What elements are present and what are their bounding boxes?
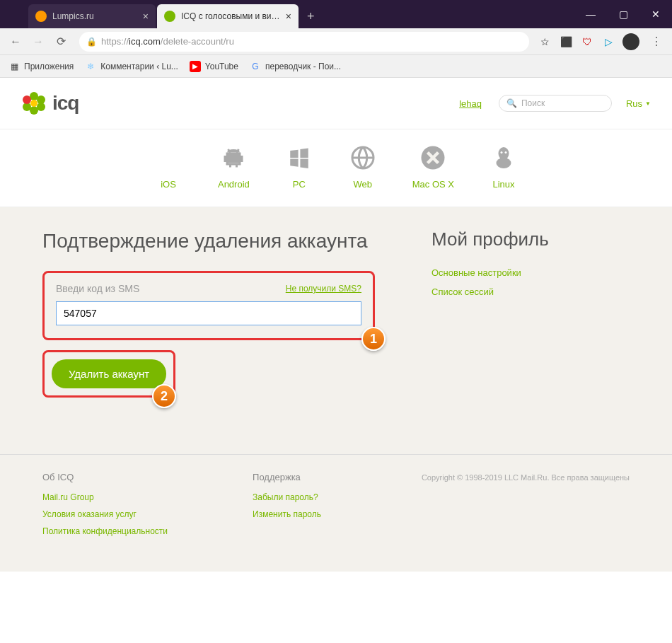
platform-pc[interactable]: PC bbox=[285, 144, 313, 190]
browser-tab-active[interactable]: ICQ с голосовыми и видеозвон × bbox=[157, 4, 299, 28]
chevron-down-icon: ▼ bbox=[645, 100, 651, 107]
resend-sms-link[interactable]: Не получили SMS? bbox=[286, 284, 361, 294]
url-text: https://icq.com/delete-account/ru bbox=[101, 36, 234, 47]
field-label: Введи код из SMS bbox=[56, 283, 139, 294]
tab-title: ICQ с голосовыми и видеозвон bbox=[181, 11, 282, 21]
forward-button[interactable]: → bbox=[28, 32, 48, 52]
bookmark-item[interactable]: G переводчик - Пои... bbox=[250, 61, 341, 72]
linux-icon bbox=[489, 144, 518, 172]
platform-android[interactable]: Android bbox=[218, 144, 250, 190]
bookmark-item[interactable]: ❄ Комментарии ‹ Lu... bbox=[85, 61, 178, 72]
sms-code-input[interactable] bbox=[56, 301, 361, 325]
close-button[interactable]: ✕ bbox=[639, 0, 672, 28]
page-heading: Подтверждение удаления аккаунта bbox=[42, 228, 375, 254]
profile-link-sessions[interactable]: Список сессий bbox=[431, 286, 630, 297]
window-controls: — ▢ ✕ bbox=[574, 0, 672, 28]
left-column: Подтверждение удаления аккаунта Введи ко… bbox=[42, 228, 375, 398]
maximize-button[interactable]: ▢ bbox=[607, 0, 639, 28]
svg-rect-7 bbox=[227, 153, 240, 163]
profile-link-settings[interactable]: Основные настройки bbox=[431, 267, 630, 278]
language-select[interactable]: Rus ▼ bbox=[626, 98, 651, 109]
windows-icon bbox=[285, 144, 313, 172]
platform-linux[interactable]: Linux bbox=[489, 144, 518, 190]
footer-link[interactable]: Mail.ru Group bbox=[42, 492, 168, 502]
search-input[interactable]: 🔍 Поиск bbox=[499, 95, 612, 112]
footer-link[interactable]: Забыли пароль? bbox=[253, 492, 321, 502]
apps-button[interactable]: ▦ Приложения bbox=[8, 61, 74, 72]
annotation-badge-2: 2 bbox=[152, 384, 176, 408]
apps-icon: ▦ bbox=[8, 61, 20, 72]
android-icon bbox=[219, 144, 248, 172]
footer-link[interactable]: Политика конфиденциальности bbox=[42, 526, 168, 536]
new-tab-button[interactable]: + bbox=[300, 4, 322, 28]
user-link[interactable]: lehaq bbox=[459, 98, 482, 109]
sms-form: Введи код из SMS Не получили SMS? 1 Удал… bbox=[42, 271, 375, 398]
platform-ios[interactable]: iOS bbox=[154, 144, 183, 190]
logo[interactable]: icq bbox=[21, 91, 79, 116]
page-content: icq lehaq 🔍 Поиск Rus ▼ iOS Android PC bbox=[0, 78, 672, 572]
apple-icon bbox=[154, 144, 183, 172]
delete-account-button[interactable]: Удалить аккаунт bbox=[52, 359, 166, 388]
lock-icon: 🔒 bbox=[86, 37, 97, 47]
bookmark-item[interactable]: ▶ YouTube bbox=[190, 61, 238, 72]
main-content: Подтверждение удаления аккаунта Введи ко… bbox=[0, 207, 672, 454]
platform-web[interactable]: Web bbox=[349, 144, 377, 190]
site-header: icq lehaq 🔍 Поиск Rus ▼ bbox=[0, 78, 672, 129]
footer-heading: Об ICQ bbox=[42, 472, 168, 482]
minimize-button[interactable]: — bbox=[574, 0, 607, 28]
footer-heading: Поддержка bbox=[253, 472, 321, 482]
sidebar-heading: Мой профиль bbox=[431, 228, 630, 250]
svg-point-6 bbox=[30, 100, 37, 107]
browser-tab-bar: Lumpics.ru × ICQ с голосовыми и видеозво… bbox=[0, 0, 672, 28]
svg-point-5 bbox=[23, 95, 31, 104]
tab-title: Lumpics.ru bbox=[52, 11, 139, 21]
close-icon[interactable]: × bbox=[143, 11, 149, 22]
sidebar: Мой профиль Основные настройки Список се… bbox=[431, 228, 630, 398]
menu-button[interactable]: ⋮ bbox=[647, 35, 666, 48]
svg-point-15 bbox=[505, 151, 507, 153]
platforms-bar: iOS Android PC Web Mac OS X bbox=[0, 129, 672, 207]
extension-icon[interactable]: ⬛ bbox=[559, 35, 573, 49]
google-icon: G bbox=[250, 61, 261, 72]
address-bar[interactable]: 🔒 https://icq.com/delete-account/ru bbox=[79, 32, 529, 52]
ublock-icon[interactable]: 🛡 bbox=[580, 35, 594, 49]
svg-point-14 bbox=[501, 151, 503, 153]
logo-text: icq bbox=[52, 92, 79, 115]
footer-link[interactable]: Условия оказания услуг bbox=[42, 509, 168, 519]
bookmarks-bar: ▦ Приложения ❄ Комментарии ‹ Lu... ▶ You… bbox=[0, 55, 672, 78]
extension-icons: ☆ ⬛ 🛡 ▷ ⋮ bbox=[538, 33, 666, 50]
footer-col-support: Поддержка Забыли пароль? Изменить пароль bbox=[253, 472, 321, 543]
footer-link[interactable]: Изменить пароль bbox=[253, 509, 321, 519]
globe-icon bbox=[349, 144, 377, 172]
macos-icon bbox=[419, 144, 447, 172]
browser-tab[interactable]: Lumpics.ru × bbox=[28, 4, 156, 28]
favicon bbox=[35, 11, 47, 22]
favicon bbox=[164, 11, 175, 22]
footer-col-about: Об ICQ Mail.ru Group Условия оказания ус… bbox=[42, 472, 168, 543]
star-icon[interactable]: ☆ bbox=[538, 35, 552, 49]
bookmark-icon: ❄ bbox=[85, 61, 96, 72]
annotation-badge-1: 1 bbox=[361, 327, 386, 351]
site-footer: Об ICQ Mail.ru Group Условия оказания ус… bbox=[0, 454, 672, 572]
close-icon[interactable]: × bbox=[286, 11, 291, 22]
extension-icon[interactable]: ▷ bbox=[601, 35, 615, 49]
back-button[interactable]: ← bbox=[6, 32, 25, 52]
profile-avatar[interactable] bbox=[622, 33, 639, 50]
reload-button[interactable]: ⟳ bbox=[51, 32, 71, 52]
svg-point-13 bbox=[497, 158, 511, 168]
annotation-button-box: Удалить аккаунт 2 bbox=[42, 350, 175, 398]
platform-macos[interactable]: Mac OS X bbox=[412, 144, 454, 190]
icq-flower-icon bbox=[21, 91, 47, 116]
youtube-icon: ▶ bbox=[190, 61, 201, 72]
search-icon: 🔍 bbox=[506, 98, 517, 108]
url-bar: ← → ⟳ 🔒 https://icq.com/delete-account/r… bbox=[0, 28, 672, 55]
annotation-sms-box: Введи код из SMS Не получили SMS? 1 bbox=[42, 271, 375, 340]
copyright-text: Copyright © 1998-2019 LLC Mail.Ru. Все п… bbox=[422, 472, 630, 543]
